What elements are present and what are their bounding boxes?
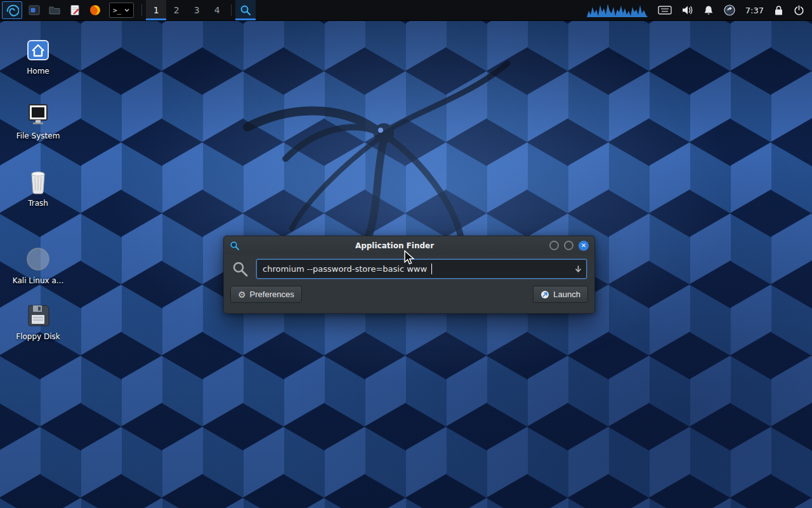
chevron-down-icon xyxy=(124,7,130,13)
volume-control[interactable] xyxy=(682,5,693,15)
application-finder-icon xyxy=(239,4,252,17)
minimize-button[interactable] xyxy=(549,241,559,250)
audio-visualizer[interactable] xyxy=(587,2,648,18)
maximize-button[interactable] xyxy=(564,241,573,250)
window-title: Application Finder xyxy=(245,241,544,250)
workspace-4-button[interactable]: 4 xyxy=(207,0,227,20)
finder-button-row: ⚙ Preferences Launch xyxy=(224,283,594,309)
taskbar-application-finder-button[interactable] xyxy=(235,0,256,20)
panel-separator xyxy=(231,4,232,16)
panel-separator xyxy=(141,4,142,16)
desktop-icon-trash[interactable]: Trash xyxy=(10,166,66,208)
preferences-button-label: Preferences xyxy=(250,290,294,299)
clock[interactable]: 7:37 xyxy=(745,6,764,15)
floppy-disk-icon xyxy=(24,301,52,329)
home-icon xyxy=(24,37,52,64)
keyboard-icon xyxy=(658,5,672,15)
close-button[interactable]: ✕ xyxy=(579,241,589,251)
notifications[interactable] xyxy=(704,5,714,16)
volume-icon xyxy=(682,5,693,15)
window-app-icon xyxy=(230,241,240,251)
launch-icon xyxy=(540,290,549,299)
folder-launcher[interactable] xyxy=(44,0,65,20)
file-manager-icon xyxy=(28,4,41,17)
keyboard-indicator[interactable] xyxy=(658,5,672,15)
update-icon xyxy=(724,4,735,16)
text-editor-icon xyxy=(69,4,81,17)
logout-button[interactable] xyxy=(794,5,804,16)
command-input-wrap xyxy=(256,259,587,279)
system-tray: 7:37 xyxy=(587,0,812,20)
firefox-launcher[interactable] xyxy=(85,0,105,20)
launch-button-label: Launch xyxy=(553,290,580,299)
desktop-icon-label: Floppy Disk xyxy=(16,333,60,342)
desktop-icon-label: Trash xyxy=(28,199,48,208)
desktop-icon-file-system[interactable]: File System xyxy=(10,100,66,141)
desktop-icon-label: File System xyxy=(16,132,60,141)
update-indicator[interactable] xyxy=(724,4,735,16)
trash-icon xyxy=(24,166,52,196)
kali-logo-icon xyxy=(5,3,19,17)
preferences-button[interactable]: ⚙ Preferences xyxy=(230,286,302,303)
applications-menu-button[interactable] xyxy=(2,1,22,19)
desktop-icon-label: Kali Linux a... xyxy=(13,277,63,286)
command-input[interactable] xyxy=(256,259,587,279)
lock-screen-button[interactable] xyxy=(774,5,783,16)
kali-docs-icon xyxy=(24,246,52,273)
search-icon xyxy=(232,260,249,277)
top-panel: >_ 1 2 3 4 xyxy=(0,0,812,21)
desktop: >_ 1 2 3 4 xyxy=(0,0,812,508)
history-dropdown-arrow-icon[interactable] xyxy=(574,265,582,273)
desktop-icon-home[interactable]: Home xyxy=(10,37,66,76)
terminal-selector[interactable]: >_ xyxy=(109,3,134,18)
lock-icon xyxy=(774,5,783,16)
launch-button[interactable]: Launch xyxy=(533,286,588,303)
power-icon xyxy=(794,5,804,16)
workspace-2-button[interactable]: 2 xyxy=(166,0,187,20)
gear-icon: ⚙ xyxy=(238,290,246,299)
folder-icon xyxy=(48,4,61,17)
workspace-1-button[interactable]: 1 xyxy=(146,0,166,20)
desktop-icon-kali-docs[interactable]: Kali Linux a... xyxy=(10,246,66,286)
file-system-icon xyxy=(24,100,52,128)
window-titlebar[interactable]: Application Finder ✕ xyxy=(224,236,594,255)
application-finder-window: Application Finder ✕ ⚙ Preferen xyxy=(223,236,595,314)
file-manager-launcher[interactable] xyxy=(24,0,44,20)
bell-icon xyxy=(704,5,714,16)
terminal-prompt-glyph: >_ xyxy=(113,6,121,15)
desktop-icon-label: Home xyxy=(27,67,49,76)
workspace-3-button[interactable]: 3 xyxy=(187,0,207,20)
finder-search-row xyxy=(224,255,594,283)
text-editor-launcher[interactable] xyxy=(65,0,85,20)
desktop-icon-floppy-disk[interactable]: Floppy Disk xyxy=(10,301,66,342)
text-caret xyxy=(431,264,432,274)
workspace-switcher: 1 2 3 4 xyxy=(146,0,227,20)
firefox-icon xyxy=(89,4,102,17)
audio-visualizer-icon xyxy=(587,2,648,18)
